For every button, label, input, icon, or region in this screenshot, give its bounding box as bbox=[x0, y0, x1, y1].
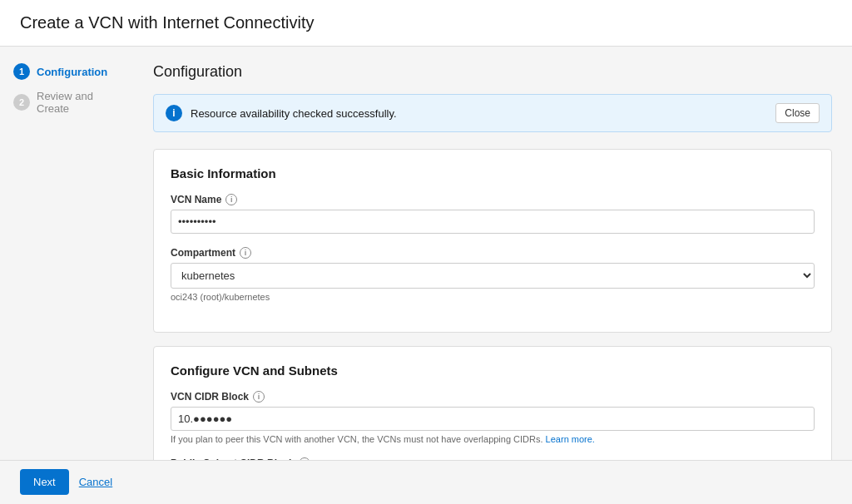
sidebar-item-configuration[interactable]: 1 Configuration bbox=[13, 63, 120, 80]
step-2-circle: 2 bbox=[13, 94, 30, 111]
vcn-name-group: VCN Name i bbox=[171, 194, 815, 234]
main-layout: 1 Configuration 2 Review and Create Conf… bbox=[0, 47, 852, 460]
compartment-info-icon[interactable]: i bbox=[240, 247, 251, 259]
vcn-cidr-group: VCN CIDR Block i If you plan to peer thi… bbox=[171, 391, 815, 444]
configure-vcn-title: Configure VCN and Subnets bbox=[171, 363, 815, 378]
sidebar-item-review[interactable]: 2 Review and Create bbox=[13, 90, 120, 115]
vcn-name-label: VCN Name i bbox=[171, 194, 815, 205]
info-alert-icon: i bbox=[166, 105, 182, 121]
alert-message: Resource availability checked successful… bbox=[191, 107, 767, 120]
next-button[interactable]: Next bbox=[20, 469, 69, 495]
vcn-cidr-info-icon[interactable]: i bbox=[253, 391, 265, 403]
page-header: Create a VCN with Internet Connectivity bbox=[0, 0, 852, 47]
vcn-cidr-learn-more-link[interactable]: Learn more. bbox=[546, 434, 595, 444]
footer: Next Cancel bbox=[0, 460, 852, 503]
vcn-cidr-hint: If you plan to peer this VCN with anothe… bbox=[171, 434, 815, 444]
step-1-circle: 1 bbox=[13, 63, 30, 80]
main-content: Configuration i Resource availability ch… bbox=[133, 47, 852, 460]
step-2-label: Review and Create bbox=[37, 90, 120, 115]
basic-info-card: Basic Information VCN Name i Compartment… bbox=[153, 149, 832, 333]
public-cidr-info-icon[interactable]: i bbox=[299, 457, 310, 460]
configure-vcn-card: Configure VCN and Subnets VCN CIDR Block… bbox=[153, 346, 832, 460]
alert-close-button[interactable]: Close bbox=[775, 103, 820, 123]
page-title: Create a VCN with Internet Connectivity bbox=[20, 13, 832, 32]
compartment-group: Compartment i kubernetes oci243 (root)/k… bbox=[171, 247, 815, 302]
configuration-title: Configuration bbox=[153, 63, 832, 81]
sidebar: 1 Configuration 2 Review and Create bbox=[0, 47, 133, 460]
resource-alert: i Resource availability checked successf… bbox=[153, 94, 832, 132]
vcn-cidr-input[interactable] bbox=[171, 407, 815, 431]
cancel-button[interactable]: Cancel bbox=[79, 476, 112, 488]
step-1-label: Configuration bbox=[37, 66, 107, 78]
compartment-hint: oci243 (root)/kubernetes bbox=[171, 292, 815, 302]
compartment-label: Compartment i bbox=[171, 247, 815, 259]
public-cidr-group: Public Subnet CIDR Block i The subnet CI… bbox=[171, 457, 815, 460]
vcn-cidr-label: VCN CIDR Block i bbox=[171, 391, 815, 403]
vcn-name-input[interactable] bbox=[171, 210, 815, 234]
compartment-select[interactable]: kubernetes bbox=[171, 263, 815, 289]
vcn-name-info-icon[interactable]: i bbox=[225, 194, 237, 205]
basic-info-title: Basic Information bbox=[171, 166, 815, 180]
public-cidr-label: Public Subnet CIDR Block i bbox=[171, 457, 815, 460]
